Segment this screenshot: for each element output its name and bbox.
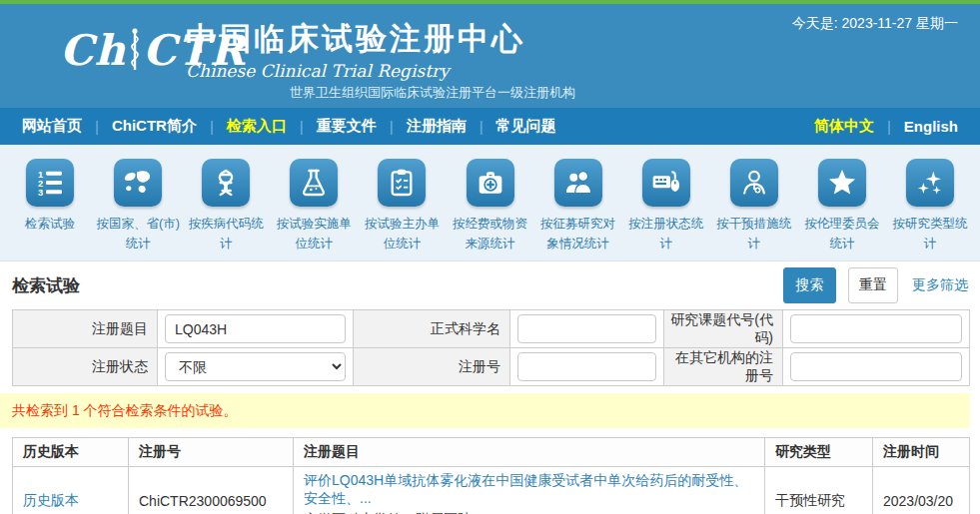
table-header-row: 历史版本 注册号 注册题目 研究类型 注册时间 <box>13 438 970 467</box>
site-subtitle: 世界卫生组织国际临床试验注册平台一级注册机构 <box>290 84 575 102</box>
stat-label: 按试验实施单位统计 <box>272 214 356 254</box>
project-code-input[interactable] <box>790 314 962 343</box>
result-count-message: 共检索到 1 个符合检索条件的试验。 <box>0 393 970 428</box>
stat-label: 检索试验 <box>8 214 92 234</box>
stat-label: 按国家、省(市) 统计 <box>96 214 180 254</box>
reg-title-input[interactable] <box>165 314 346 343</box>
other-reg-number-label: 在其它机构的注册号 <box>664 348 783 386</box>
main-nav: 网站首页 | ChiCTR简介 | 检索入口 | 重要文件 | 注册指南 | 常… <box>0 108 980 145</box>
results-table: 历史版本 注册号 注册题目 研究类型 注册时间 历史版本 ChiCTR23000… <box>12 437 970 514</box>
stat-label: 按干预措施统计 <box>712 214 796 254</box>
world-map-icon <box>114 159 162 207</box>
nav-item-faq[interactable]: 常见问题 <box>496 117 556 136</box>
numbered-list-icon: 123 <box>26 159 74 207</box>
stat-item-by-implementing-unit[interactable]: 按试验实施单位统计 <box>270 157 358 260</box>
col-reg-number: 注册号 <box>129 438 294 467</box>
search-actions: 搜索 重置 更多筛选 <box>783 267 968 303</box>
stat-label: 按疾病代码统计 <box>184 214 268 254</box>
nav-separator: | <box>390 118 394 135</box>
stat-item-by-ethics-committee[interactable]: 按伦理委员会统计 <box>798 157 886 260</box>
nav-separator: | <box>210 118 214 135</box>
col-study-type: 研究类型 <box>765 438 873 467</box>
current-date: 今天是: 2023-11-27 星期一 <box>792 15 958 33</box>
stat-item-by-country-province[interactable]: 按国家、省(市) 统计 <box>94 157 182 260</box>
lang-english[interactable]: English <box>904 118 958 135</box>
dna-icon <box>202 159 250 207</box>
stats-toolbar: 123 检索试验 按国家、省(市) 统计 按疾病代码统计 按试验实施单位统计 按… <box>0 145 980 261</box>
flask-icon <box>290 159 338 207</box>
nav-item-guide[interactable]: 注册指南 <box>407 117 467 136</box>
trial-title-link[interactable]: 评价LQ043H单域抗体雾化液在中国健康受试者中单次给药后的耐受性、安全性、..… <box>304 472 747 506</box>
table-row: 历史版本 ChiCTR2300069500 评价LQ043H单域抗体雾化液在中国… <box>13 467 970 514</box>
col-reg-title: 注册题目 <box>294 438 765 467</box>
page-title: 检索试验 <box>12 274 80 297</box>
reg-number-input[interactable] <box>517 352 656 381</box>
study-type-cell: 干预性研究 <box>765 467 873 514</box>
scientific-name-input[interactable] <box>517 314 656 343</box>
site-title-zh: 中国临床试验注册中心 <box>186 18 525 60</box>
stat-item-by-intervention[interactable]: 按干预措施统计 <box>710 157 798 260</box>
clipboard-icon <box>378 159 426 207</box>
stat-item-search-trials[interactable]: 123 检索试验 <box>6 157 94 260</box>
nav-separator: | <box>95 118 99 135</box>
more-filters-link[interactable]: 更多筛选 <box>912 276 968 294</box>
site-header: Ch CTR 中国临床试验注册中心 Chinese Clinical Trial… <box>0 4 980 108</box>
stat-label: 按伦理委员会统计 <box>800 214 884 254</box>
project-code-label: 研究课题代号(代码) <box>664 310 783 348</box>
search-form: 注册题目 正式科学名 研究课题代号(代码) 注册状态 不限 注册号 在其它机构的… <box>12 309 970 386</box>
keyboard-mouse-icon <box>642 159 690 207</box>
search-button[interactable]: 搜索 <box>783 267 836 303</box>
title-cell: 评价LQ043H单域抗体雾化液在中国健康受试者中单次给药后的耐受性、安全性、..… <box>294 467 765 514</box>
stat-label: 按征募研究对象情况统计 <box>536 214 620 254</box>
col-history-version: 历史版本 <box>13 438 129 467</box>
sparkles-icon <box>906 159 954 207</box>
stat-item-by-sponsor-unit[interactable]: 按试验主办单位统计 <box>358 157 446 260</box>
nav-item-about[interactable]: ChiCTR简介 <box>112 117 197 136</box>
lang-simplified-chinese[interactable]: 简体中文 <box>814 117 874 136</box>
star-icon <box>818 159 866 207</box>
stat-item-by-registration-status[interactable]: 按注册状态统计 <box>622 157 710 260</box>
reg-status-select[interactable]: 不限 <box>165 352 346 381</box>
doctor-icon <box>730 159 778 207</box>
nav-item-home[interactable]: 网站首页 <box>22 117 82 136</box>
nav-separator: | <box>480 118 484 135</box>
stat-item-by-study-type[interactable]: 按研究类型统计 <box>886 157 974 260</box>
stat-label: 按注册状态统计 <box>624 214 708 254</box>
caduceus-icon <box>128 28 142 72</box>
site-title-en: Chinese Clinical Trial Registry <box>186 61 525 81</box>
medical-kit-icon <box>467 159 514 207</box>
reg-status-label: 注册状态 <box>13 348 158 386</box>
reg-number-label: 注册号 <box>354 348 510 386</box>
stat-item-by-funding-source[interactable]: 按经费或物资来源统计 <box>446 157 533 260</box>
col-reg-date: 注册时间 <box>873 438 970 467</box>
logo-text-left: Ch <box>60 30 126 72</box>
scientific-name-label: 正式科学名 <box>354 310 510 348</box>
stat-item-by-disease-code[interactable]: 按疾病代码统计 <box>182 157 270 260</box>
site-title-block: 中国临床试验注册中心 Chinese Clinical Trial Regist… <box>186 18 525 81</box>
svg-text:3: 3 <box>38 188 43 198</box>
stat-label: 按研究类型统计 <box>888 214 972 254</box>
nav-item-documents[interactable]: 重要文件 <box>317 117 377 136</box>
reg-title-label: 注册题目 <box>13 310 158 348</box>
stat-label: 按试验主办单位统计 <box>360 214 444 254</box>
nav-item-search-entry[interactable]: 检索入口 <box>227 117 287 136</box>
language-switcher: 简体中文 | English <box>814 117 958 136</box>
people-group-icon <box>554 159 602 207</box>
reset-button[interactable]: 重置 <box>848 267 898 303</box>
search-header-bar: 检索试验 搜索 重置 更多筛选 <box>0 261 980 309</box>
other-reg-number-input[interactable] <box>790 352 962 381</box>
stat-item-by-recruitment-subject[interactable]: 按征募研究对象情况统计 <box>534 157 622 260</box>
stat-label: 按经费或物资来源统计 <box>449 214 532 254</box>
history-version-link[interactable]: 历史版本 <box>23 492 79 508</box>
reg-number-cell: ChiCTR2300069500 <box>129 467 294 514</box>
nav-separator: | <box>300 118 304 135</box>
nav-separator: | <box>887 118 891 135</box>
reg-date-cell: 2023/03/20 <box>873 467 970 514</box>
